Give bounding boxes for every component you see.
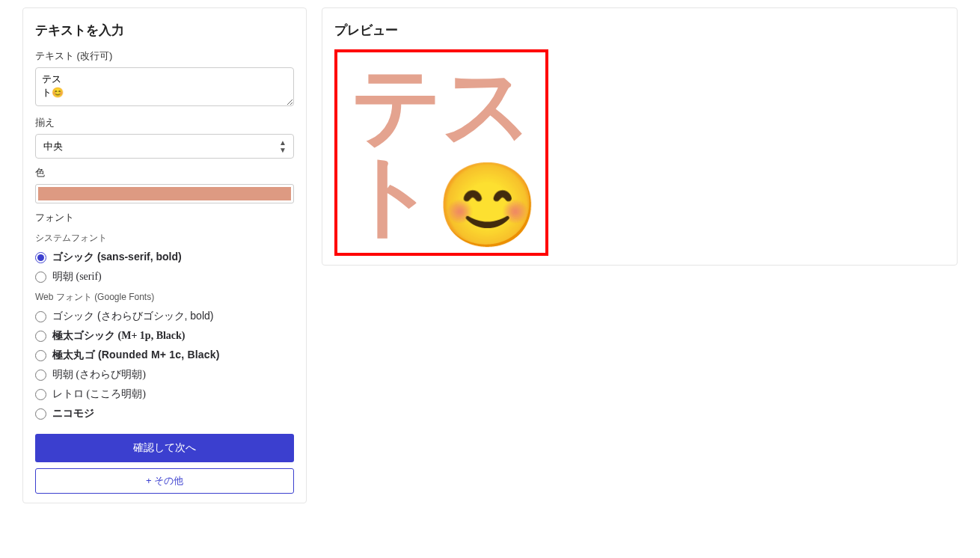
- preview-box: テス ト😊: [334, 49, 548, 256]
- input-panel: テキストを入力 テキスト (改行可) 揃え 中央 ▲▼ 色 フォント システムフ…: [22, 7, 307, 503]
- align-select[interactable]: 中央: [35, 134, 294, 159]
- text-label: テキスト (改行可): [35, 49, 294, 63]
- radio-input[interactable]: [35, 311, 46, 322]
- preview-line-2: ト😊: [346, 150, 537, 246]
- input-panel-title: テキストを入力: [35, 22, 294, 39]
- align-label: 揃え: [35, 116, 294, 129]
- font-radio-kokoro-mincho[interactable]: レトロ (こころ明朝): [35, 387, 294, 401]
- radio-input[interactable]: [35, 370, 46, 381]
- emoji-icon: 😊: [436, 159, 537, 251]
- font-radio-sawarabi-mincho[interactable]: 明朝 (さわらび明朝): [35, 368, 294, 381]
- font-radio-sawarabi-gothic[interactable]: ゴシック (さわらびゴシック, bold): [35, 310, 294, 323]
- text-input[interactable]: [35, 67, 294, 106]
- confirm-button[interactable]: 確認して次へ: [35, 434, 294, 462]
- radio-input[interactable]: [35, 389, 46, 400]
- font-radio-mincho-serif[interactable]: 明朝 (serif): [35, 270, 294, 283]
- more-button[interactable]: + その他: [35, 468, 294, 494]
- color-label: 色: [35, 166, 294, 180]
- radio-input[interactable]: [35, 408, 46, 420]
- font-radio-rounded-black[interactable]: 極太丸ゴ (Rounded M+ 1c, Black): [35, 349, 294, 362]
- web-fonts-label: Web フォント (Google Fonts): [35, 291, 294, 304]
- font-radio-gothic-bold[interactable]: ゴシック (sans-serif, bold): [35, 251, 294, 264]
- radio-input[interactable]: [35, 272, 46, 283]
- radio-input[interactable]: [35, 350, 46, 361]
- preview-line-1: テス: [351, 60, 532, 150]
- preview-title: プレビュー: [334, 22, 945, 39]
- color-picker[interactable]: [35, 184, 294, 203]
- font-radio-mplus-black[interactable]: 極太ゴシック (M+ 1p, Black): [35, 329, 294, 343]
- font-label: フォント: [35, 211, 294, 224]
- font-radio-nicomoji[interactable]: ニコモジ: [35, 407, 294, 420]
- color-swatch: [38, 187, 291, 200]
- system-fonts-label: システムフォント: [35, 232, 294, 245]
- preview-panel: プレビュー テス ト😊: [322, 7, 958, 266]
- radio-input[interactable]: [35, 252, 46, 263]
- radio-input[interactable]: [35, 331, 46, 342]
